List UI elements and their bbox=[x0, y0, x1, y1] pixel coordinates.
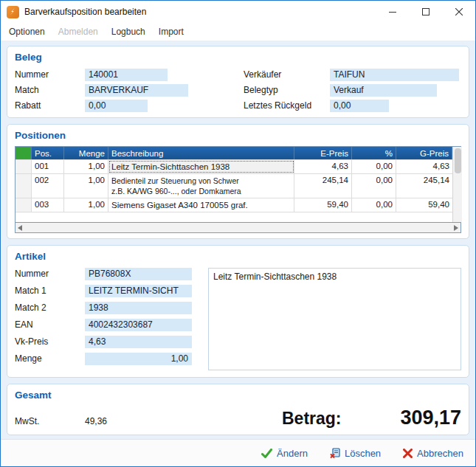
col-header-epreis[interactable]: E-Preis bbox=[294, 147, 352, 159]
close-button[interactable] bbox=[442, 1, 475, 23]
artikel-vkpreis-field[interactable]: 4,63 bbox=[85, 336, 192, 348]
positions-grid: Pos. Menge Beschreibung E-Preis % G-Prei… bbox=[15, 146, 461, 223]
artikel-nummer-field[interactable]: PB76808X bbox=[85, 268, 192, 280]
verkaeufer-label: Verkäufer bbox=[244, 69, 330, 80]
cell-menge[interactable]: 1,00 bbox=[64, 198, 108, 212]
row-selector[interactable] bbox=[15, 160, 32, 173]
check-icon bbox=[261, 449, 272, 458]
minimize-button[interactable] bbox=[376, 1, 409, 23]
grid-empty-area bbox=[15, 212, 452, 222]
table-row[interactable]: 001 1,00 Leitz Termin-Sichttaschen 1938 … bbox=[15, 160, 452, 174]
gesamt-title: Gesamt bbox=[15, 390, 461, 401]
cell-gpreis[interactable]: 4,63 bbox=[396, 160, 452, 173]
cell-menge[interactable]: 1,00 bbox=[64, 160, 108, 173]
aendern-button[interactable]: Ändern bbox=[261, 448, 308, 459]
select-all-header[interactable] bbox=[15, 147, 32, 159]
beleg-section: Beleg Nummer 140001 Verkäufer TAIFUN Mat… bbox=[7, 46, 469, 118]
match-label: Match bbox=[15, 85, 85, 95]
match-field[interactable]: BARVERKAUF bbox=[85, 84, 188, 97]
artikel-nummer-label: Nummer bbox=[15, 269, 85, 279]
title-bar: Barverkaufsposition bearbeiten bbox=[1, 1, 475, 23]
artikel-beschreibung-box[interactable]: Leitz Termin-Sichttaschen 1938 bbox=[208, 268, 461, 370]
action-bar: Ändern Löschen Abbrechen bbox=[1, 439, 475, 466]
menu-item-import[interactable]: Import bbox=[152, 23, 190, 41]
main-content: Beleg Nummer 140001 Verkäufer TAIFUN Mat… bbox=[1, 41, 475, 439]
belegtyp-label: Belegtyp bbox=[244, 85, 330, 95]
cell-pos[interactable]: 002 bbox=[32, 174, 64, 198]
rueckgeld-label: Letztes Rückgeld bbox=[244, 100, 330, 111]
close-icon bbox=[455, 8, 463, 15]
artikel-match1-field[interactable]: LEITZ TERMIN-SICHT bbox=[85, 285, 192, 297]
horizontal-scrollbar[interactable] bbox=[15, 223, 461, 233]
betrag-label: Betrag: bbox=[282, 409, 342, 429]
mwst-value: 49,36 bbox=[85, 416, 159, 426]
gesamt-section: Gesamt MwSt. 49,36 Betrag: 309,17 bbox=[7, 384, 469, 435]
cell-prozent[interactable]: 0,00 bbox=[352, 174, 396, 198]
scroll-right-icon[interactable] bbox=[454, 225, 458, 231]
cell-beschreibung[interactable]: Leitz Termin-Sichttaschen 1938 bbox=[108, 160, 294, 173]
mwst-label: MwSt. bbox=[15, 416, 85, 426]
menu-item-logbuch[interactable]: Logbuch bbox=[105, 23, 152, 41]
cell-gpreis[interactable]: 245,14 bbox=[396, 174, 452, 198]
col-header-prozent[interactable]: % bbox=[352, 147, 396, 159]
nummer-label: Nummer bbox=[15, 69, 85, 80]
vertical-scrollbar-thumb[interactable] bbox=[455, 148, 461, 173]
cell-prozent[interactable]: 0,00 bbox=[352, 160, 396, 173]
artikel-menge-label: Menge bbox=[15, 353, 85, 364]
grid-header-row: Pos. Menge Beschreibung E-Preis % G-Prei… bbox=[15, 147, 452, 160]
cancel-icon bbox=[403, 449, 413, 458]
artikel-match2-label: Match 2 bbox=[15, 302, 85, 313]
artikel-match2-field[interactable]: 1938 bbox=[85, 302, 192, 314]
delete-record-icon bbox=[330, 448, 340, 458]
artikel-ean-field[interactable]: 4002432303687 bbox=[85, 319, 192, 331]
row-selector[interactable] bbox=[15, 174, 32, 198]
app-icon bbox=[7, 6, 19, 18]
menu-item-optionen[interactable]: Optionen bbox=[2, 23, 52, 41]
vertical-scrollbar[interactable] bbox=[452, 147, 462, 222]
menu-bar: Optionen Abmelden Logbuch Import bbox=[1, 23, 475, 41]
col-header-gpreis[interactable]: G-Preis bbox=[396, 147, 452, 159]
col-header-pos[interactable]: Pos. bbox=[32, 147, 64, 159]
cell-epreis[interactable]: 245,14 bbox=[294, 174, 352, 198]
artikel-title: Artikel bbox=[15, 251, 461, 262]
positionen-title: Positionen bbox=[15, 130, 461, 141]
maximize-icon bbox=[422, 8, 430, 15]
scroll-left-icon[interactable] bbox=[18, 225, 22, 231]
belegtyp-field[interactable]: Verkauf bbox=[330, 84, 437, 97]
window-title: Barverkaufsposition bearbeiten bbox=[24, 7, 376, 17]
cell-pos[interactable]: 001 bbox=[32, 160, 64, 173]
cell-beschreibung[interactable]: Siemens Gigaset A340 170055 graf. bbox=[108, 198, 294, 212]
positionen-section: Positionen Pos. Menge Beschreibung E-Pre… bbox=[7, 124, 469, 239]
abbrechen-button[interactable]: Abbrechen bbox=[403, 448, 463, 459]
cell-gpreis[interactable]: 59,40 bbox=[396, 198, 452, 212]
cell-epreis[interactable]: 4,63 bbox=[294, 160, 352, 173]
loeschen-button[interactable]: Löschen bbox=[330, 448, 381, 459]
cell-epreis[interactable]: 59,40 bbox=[294, 198, 352, 212]
rueckgeld-field[interactable]: 0,00 bbox=[330, 100, 389, 112]
col-header-beschreibung[interactable]: Beschreibung bbox=[108, 147, 294, 159]
cell-menge[interactable]: 1,00 bbox=[64, 174, 108, 198]
beleg-title: Beleg bbox=[15, 52, 461, 63]
nummer-field[interactable]: 140001 bbox=[85, 69, 168, 81]
table-row[interactable]: 002 1,00 Bedienteil zur Steuerung von Sc… bbox=[15, 174, 452, 198]
table-row[interactable]: 003 1,00 Siemens Gigaset A340 170055 gra… bbox=[15, 198, 452, 212]
artikel-match1-label: Match 1 bbox=[15, 286, 85, 296]
artikel-vkpreis-label: Vk-Preis bbox=[15, 336, 85, 347]
cell-pos[interactable]: 003 bbox=[32, 198, 64, 212]
rabatt-field[interactable]: 0,00 bbox=[85, 100, 148, 112]
artikel-ean-label: EAN bbox=[15, 319, 85, 330]
minimize-icon bbox=[389, 8, 396, 15]
menu-item-abmelden: Abmelden bbox=[52, 23, 105, 41]
cell-prozent[interactable]: 0,00 bbox=[352, 198, 396, 212]
maximize-button[interactable] bbox=[409, 1, 442, 23]
col-header-menge[interactable]: Menge bbox=[64, 147, 108, 159]
row-selector[interactable] bbox=[15, 198, 32, 212]
cell-beschreibung[interactable]: Bedienteil zur Steuerung von Schwer z.B.… bbox=[108, 174, 294, 198]
artikel-section: Artikel Nummer PB76808X Match 1 LEITZ TE… bbox=[7, 245, 469, 378]
betrag-value: 309,17 bbox=[400, 407, 461, 429]
rabatt-label: Rabatt bbox=[15, 100, 85, 111]
artikel-menge-field[interactable]: 1,00 bbox=[85, 353, 192, 365]
verkaeufer-field[interactable]: TAIFUN bbox=[330, 69, 459, 81]
app-window: Barverkaufsposition bearbeiten Optionen … bbox=[0, 0, 476, 467]
